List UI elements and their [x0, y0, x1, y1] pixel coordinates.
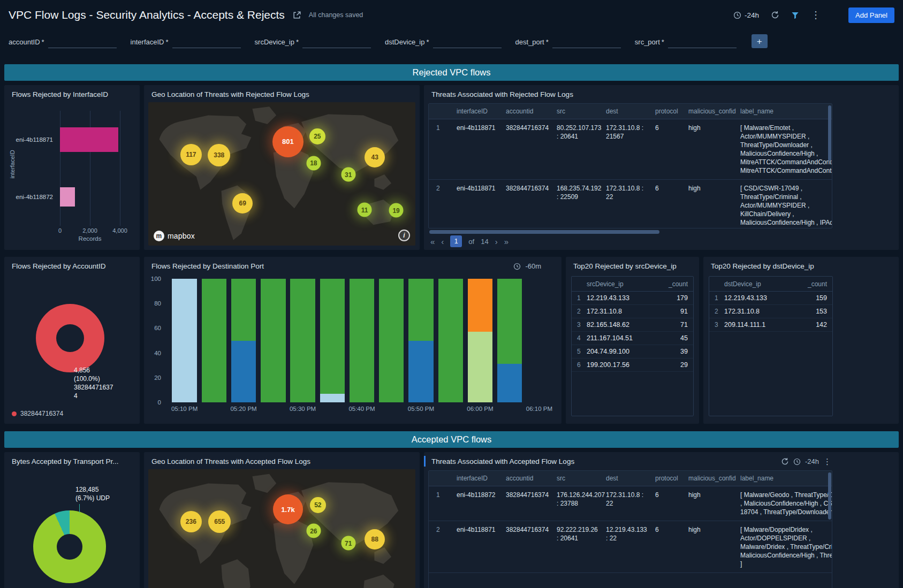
top-table-row[interactable]: 2172.31.10.8153 — [709, 305, 832, 318]
map-bubble[interactable]: 25 — [309, 128, 325, 144]
refresh-icon[interactable] — [781, 457, 789, 465]
bar-eni-4b118872[interactable] — [60, 187, 75, 207]
horizontal-scrollbar[interactable] — [429, 230, 659, 234]
filter-input-srcDevice_ip[interactable] — [302, 36, 371, 48]
info-icon[interactable]: i — [398, 230, 410, 241]
filter-input-dest_port[interactable] — [552, 36, 621, 48]
map-bubble[interactable]: 43 — [365, 147, 385, 167]
stacked-bar[interactable] — [468, 279, 492, 402]
filter-input-accountID[interactable] — [48, 36, 117, 48]
bar-slot — [170, 279, 199, 402]
kebab-menu-icon[interactable]: ⋮ — [811, 10, 821, 20]
vertical-scrollbar[interactable] — [828, 105, 831, 161]
map-bubble[interactable]: 69 — [232, 193, 253, 213]
next-page-button[interactable]: › — [495, 237, 498, 246]
kebab-menu-icon[interactable]: ⋮ — [823, 457, 831, 465]
column-header-label_name[interactable]: label_name — [736, 471, 832, 486]
map-bubble[interactable]: 88 — [365, 529, 385, 549]
map-bubble[interactable]: 338 — [208, 144, 230, 166]
add-panel-button[interactable]: Add Panel — [848, 7, 894, 23]
top-table-row[interactable]: 5204.74.99.10039 — [572, 345, 693, 358]
map-bubble[interactable]: 19 — [389, 203, 404, 218]
bar-segment-blue — [408, 341, 433, 403]
filter-input-interfaceID[interactable] — [172, 36, 241, 48]
stacked-bar[interactable] — [350, 279, 374, 402]
top-table-row[interactable]: 112.219.43.133179 — [572, 292, 693, 305]
panel-drag-indicator[interactable] — [424, 456, 426, 467]
account-donut[interactable] — [36, 304, 104, 372]
panel-bytes-accepted-by-transport-protocol: Bytes Accepted by Transport Pr... 128,48… — [4, 452, 140, 588]
column-header-count[interactable]: _count — [808, 280, 827, 288]
map-bubble[interactable]: 801 — [272, 126, 303, 157]
row-number: 5 — [577, 348, 587, 355]
map-bubble[interactable]: 1.7k — [273, 494, 303, 524]
world-map[interactable]: 11733880125183143691119 m mapbox i — [148, 102, 415, 246]
refresh-icon[interactable] — [771, 11, 779, 19]
column-header-malicious_confidence[interactable]: malicious_confidence — [684, 104, 736, 119]
threat-table-row[interactable]: 2eni-4b118871382844716374168.235.74.192 … — [429, 180, 832, 229]
panel-row: Flows Rejected by AccountID 4,856 (100.0… — [4, 257, 899, 424]
last-page-button[interactable]: » — [504, 237, 509, 246]
column-header-src[interactable]: src — [552, 104, 602, 119]
vertical-scrollbar[interactable] — [828, 472, 831, 520]
prev-page-button[interactable]: ‹ — [441, 237, 444, 246]
column-header-interfaceID[interactable]: interfaceID — [452, 471, 502, 486]
filter-input-src_port[interactable] — [668, 36, 737, 48]
mapbox-attribution[interactable]: m mapbox — [154, 231, 195, 241]
filter-input-dstDevice_ip[interactable] — [433, 36, 502, 48]
current-page[interactable]: 1 — [450, 235, 462, 247]
map-bubble[interactable]: 236 — [180, 511, 202, 532]
world-map[interactable]: 2366551.7k52267188 m mapbox i — [148, 469, 415, 588]
map-bubble[interactable]: 71 — [341, 536, 355, 551]
stacked-bar[interactable] — [202, 279, 226, 402]
stacked-bar[interactable] — [231, 279, 256, 402]
time-badge[interactable]: -24h — [805, 457, 819, 465]
stacked-bar[interactable] — [408, 279, 433, 402]
threat-table-row[interactable]: 1eni-4b11887138284471637480.252.107.173 … — [429, 119, 832, 180]
column-header-count[interactable]: _count — [669, 280, 688, 288]
filter-icon[interactable] — [791, 11, 799, 19]
stacked-bar[interactable] — [261, 279, 285, 402]
map-bubble[interactable]: 31 — [341, 167, 355, 182]
stacked-bar[interactable] — [320, 279, 345, 402]
column-header-srcDevice_ip[interactable]: srcDevice_ip — [587, 280, 624, 288]
stacked-bar[interactable] — [497, 279, 522, 402]
map-bubble[interactable]: 52 — [310, 497, 326, 513]
column-header-malicious_confidence[interactable]: malicious_confidence — [684, 471, 736, 486]
map-bubble[interactable]: 18 — [306, 156, 321, 170]
map-bubble[interactable]: 655 — [208, 510, 231, 533]
column-header-label_name[interactable]: label_name — [736, 104, 832, 119]
column-header-dstDevice_ip[interactable]: dstDevice_ip — [724, 280, 761, 288]
bytes-donut[interactable] — [33, 510, 106, 583]
column-header-src[interactable]: src — [552, 471, 602, 486]
column-header-accountid[interactable]: accountid — [502, 104, 552, 119]
map-bubble[interactable]: 11 — [358, 203, 372, 217]
column-header-interfaceID[interactable]: interfaceID — [452, 104, 502, 119]
column-header-accountid[interactable]: accountid — [502, 471, 552, 486]
top-table-row[interactable]: 4211.167.104.5145 — [572, 332, 693, 345]
threat-table-row[interactable]: 1eni-4b118872382844716374176.126.244.207… — [429, 486, 832, 521]
bar-eni-4b118871[interactable] — [60, 127, 118, 152]
top-table-row[interactable]: 2172.31.10.891 — [572, 305, 693, 318]
add-filter-button[interactable]: + — [752, 34, 768, 48]
threat-table-row[interactable]: 2eni-4b11887138284471637492.222.219.26 :… — [429, 521, 832, 573]
chart-legend[interactable]: 382844716374 — [12, 410, 63, 417]
column-header-protocol[interactable]: protocol — [651, 104, 684, 119]
top-table-row[interactable]: 112.219.43.133159 — [709, 292, 832, 305]
map-bubble[interactable]: 26 — [306, 524, 321, 538]
top-table-row[interactable]: 382.165.148.6271 — [572, 318, 693, 332]
column-header-dest[interactable]: dest — [602, 104, 651, 119]
share-icon[interactable] — [292, 11, 301, 20]
top-table-row[interactable]: 3209.114.111.1142 — [709, 318, 832, 332]
stacked-bar[interactable] — [438, 279, 463, 402]
stacked-bar[interactable] — [379, 279, 404, 402]
column-header-dest[interactable]: dest — [602, 471, 651, 486]
map-bubble[interactable]: 117 — [180, 144, 202, 165]
stacked-bar[interactable] — [172, 279, 196, 402]
time-range-button[interactable]: -24h — [733, 11, 759, 19]
top-table-row[interactable]: 6199.200.17.5629 — [572, 358, 693, 372]
filter-field-accountID: accountID* — [9, 36, 117, 48]
column-header-protocol[interactable]: protocol — [651, 471, 684, 486]
first-page-button[interactable]: « — [430, 237, 435, 246]
stacked-bar[interactable] — [290, 279, 315, 402]
